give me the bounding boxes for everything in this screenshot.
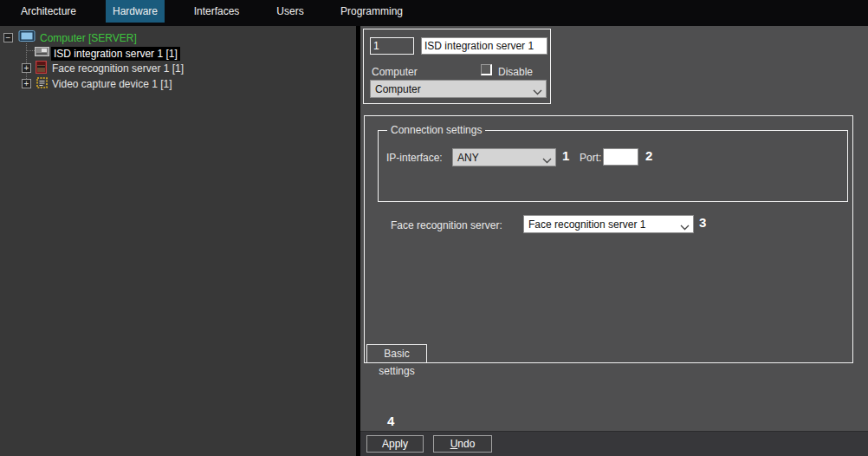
callout-marker-2: 2: [645, 148, 652, 163]
application-window: Architecture Hardware Interfaces Users P…: [0, 0, 868, 456]
tab-programming[interactable]: Programming: [334, 0, 410, 23]
tab-hardware[interactable]: Hardware: [106, 0, 165, 23]
expand-icon[interactable]: +: [22, 79, 31, 88]
collapse-icon[interactable]: −: [3, 33, 13, 42]
device-tree-panel: − Computer [SERVER] ISD integration serv…: [0, 26, 356, 456]
top-tab-bar: Architecture Hardware Interfaces Users P…: [0, 0, 868, 26]
tree-item-isd-integration-server[interactable]: ISD integration server 1 [1]: [51, 47, 180, 61]
computer-icon: [18, 30, 36, 46]
tree-connector-line: [27, 50, 35, 51]
undo-button[interactable]: Undo: [433, 435, 492, 453]
capture-device-icon: [36, 76, 49, 92]
ip-interface-dropdown[interactable]: ANY: [452, 148, 556, 166]
object-name-field[interactable]: [421, 37, 547, 55]
callout-marker-1: 1: [562, 148, 569, 163]
chevron-down-icon: [542, 154, 552, 166]
parent-computer-value: Computer: [375, 83, 421, 95]
chevron-down-icon: [533, 86, 542, 98]
tab-interfaces[interactable]: Interfaces: [178, 0, 256, 23]
face-server-label: Face recognition server:: [391, 219, 502, 231]
face-server-icon: [36, 61, 47, 76]
integration-server-icon: [35, 46, 49, 60]
parent-computer-dropdown[interactable]: Computer: [370, 80, 547, 98]
tab-users[interactable]: Users: [260, 0, 321, 23]
object-id-field[interactable]: [370, 37, 414, 55]
tab-architecture[interactable]: Architecture: [7, 0, 90, 23]
apply-button-label: Apply: [367, 438, 423, 450]
settings-area: Connection settings IP-interface: ANY 1 …: [364, 115, 853, 363]
parent-type-label: Computer: [372, 66, 418, 78]
expand-icon[interactable]: +: [22, 63, 31, 73]
face-server-dropdown[interactable]: Face recognition server 1: [523, 215, 694, 233]
footer-strip: Apply Undo: [360, 431, 868, 456]
disable-checkbox[interactable]: [481, 64, 492, 75]
callout-marker-4: 4: [387, 414, 394, 428]
callout-marker-3: 3: [699, 215, 706, 230]
port-label: Port:: [580, 152, 601, 164]
undo-button-label: Undo: [434, 438, 491, 450]
port-field[interactable]: [603, 148, 638, 166]
disable-label: Disable: [498, 66, 533, 78]
apply-button[interactable]: Apply: [366, 435, 424, 453]
chevron-down-icon: [680, 221, 690, 233]
tree-item-computer-server[interactable]: Computer [SERVER]: [40, 32, 137, 44]
tree-item-video-capture-device[interactable]: Video capture device 1 [1]: [52, 78, 172, 90]
settings-panel: Computer Disable Computer Connection set…: [360, 26, 868, 456]
identity-box: Computer Disable Computer: [363, 29, 551, 104]
connection-settings-group: Connection settings IP-interface: ANY 1 …: [378, 130, 848, 202]
tree-item-face-recognition-server[interactable]: Face recognition server 1 [1]: [52, 62, 184, 75]
face-server-value: Face recognition server 1: [528, 218, 645, 231]
connection-settings-title: Connection settings: [387, 124, 485, 136]
tab-basic-settings[interactable]: Basic settings: [366, 344, 427, 363]
ip-interface-label: IP-interface:: [386, 152, 443, 164]
ip-interface-value: ANY: [457, 152, 479, 164]
